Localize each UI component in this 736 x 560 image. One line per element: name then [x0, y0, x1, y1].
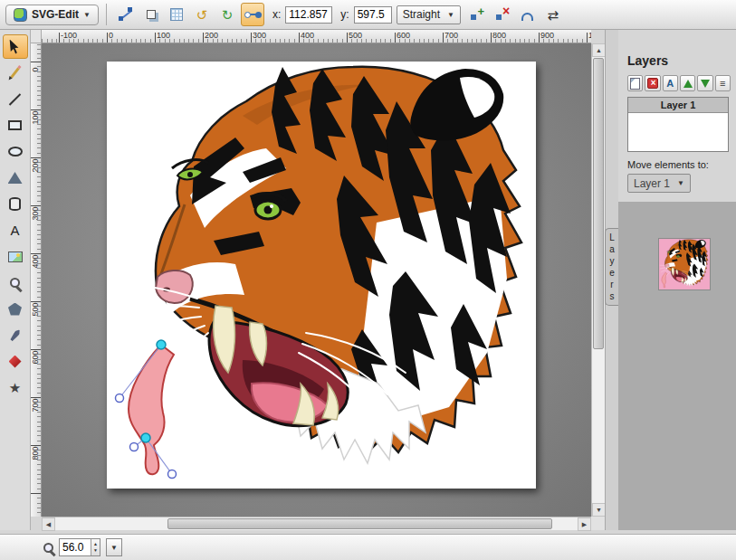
h-ruler-label: 0 [109, 31, 113, 40]
duplicate-button[interactable] [139, 3, 163, 26]
scrollbar-corner [591, 517, 605, 530]
new-layer-button[interactable] [627, 75, 643, 91]
eyedropper-button[interactable] [3, 323, 28, 347]
scroll-right-button[interactable]: ▶ [578, 517, 591, 531]
redo-button[interactable]: ↻ [215, 3, 239, 26]
v-ruler-label: 600 [31, 349, 40, 365]
layers-panel-tab[interactable]: Layers [605, 228, 618, 306]
layers-list[interactable] [628, 113, 728, 151]
undo-button[interactable]: ↺ [190, 3, 214, 26]
layer-thumbnail[interactable] [658, 238, 711, 290]
h-ruler-label: 800 [492, 31, 506, 40]
path-button[interactable] [3, 166, 28, 190]
h-ruler-label: 500 [349, 31, 362, 40]
move-layer-select[interactable]: Layer 1 ▼ [627, 174, 691, 193]
vertical-ruler: 0100200300400500600700800 [31, 43, 42, 517]
horizontal-scrollbar[interactable]: ◀ ▶ [42, 517, 591, 530]
move-elements-label: Move elements to: [627, 159, 731, 170]
scroll-up-button[interactable]: ▲ [592, 43, 606, 57]
control-point-handle[interactable] [130, 443, 139, 451]
scroll-left-button[interactable]: ◀ [42, 517, 55, 531]
path-node-handle[interactable] [141, 433, 150, 442]
text-button[interactable]: A [3, 218, 28, 242]
edit-node-button[interactable] [114, 3, 138, 26]
zoom-spin-down-button[interactable]: ▼ [93, 547, 98, 554]
rename-layer-button[interactable]: A [663, 75, 678, 91]
eyedropper-icon [9, 328, 22, 343]
zoom-input[interactable] [60, 539, 91, 555]
horizontal-scroll-thumb[interactable] [167, 518, 552, 529]
open-path-button[interactable] [516, 3, 540, 26]
select-button[interactable] [3, 34, 28, 59]
select-icon [9, 40, 21, 54]
chevron-down-icon: ▼ [83, 11, 91, 19]
zoom-icon [10, 278, 20, 288]
pencil-button[interactable] [3, 61, 28, 85]
delete-node-button[interactable] [491, 3, 514, 26]
image-button[interactable] [3, 244, 28, 269]
add-node-button[interactable] [465, 3, 489, 26]
vertical-scrollbar[interactable]: ▲ ▼ [591, 43, 605, 517]
h-ruler-label: 100 [157, 31, 170, 40]
zoom-spinner: ▲ ▼ [91, 539, 100, 555]
bottom-bar: ▲ ▼ ▼ [0, 534, 736, 560]
v-ruler-label: 0 [31, 62, 40, 78]
vertical-scroll-thumb[interactable] [593, 58, 604, 349]
rectangle-icon [8, 120, 22, 130]
canvas-workarea[interactable] [42, 43, 591, 517]
h-ruler-label: 700 [444, 31, 458, 40]
star-button[interactable]: ★ [3, 375, 28, 400]
redo-icon: ↻ [222, 8, 234, 22]
svg-edit-logo-icon [14, 8, 27, 22]
v-ruler-label: 300 [31, 205, 40, 222]
v-ruler-label: 500 [31, 301, 40, 318]
new-layer-icon [630, 78, 640, 90]
move-layer-down-button[interactable] [697, 75, 712, 91]
move-layer-up-button[interactable] [680, 75, 695, 91]
line-icon [9, 93, 21, 105]
gradient-button[interactable] [3, 349, 28, 374]
canvas-page[interactable] [107, 62, 536, 489]
toolbar-icons-left: ↺↻ [114, 3, 264, 26]
layer-thumbnail-art [659, 239, 710, 289]
grid-button[interactable] [165, 3, 188, 26]
zoom-button[interactable] [3, 271, 28, 295]
layer-buttons-row: A≡ [627, 75, 731, 91]
gradient-icon [9, 356, 22, 368]
layers-panel: Layers A≡ Layer 1 Move elements to: Laye… [618, 30, 736, 530]
toolbar-icons-right: ⇄ [465, 3, 565, 26]
link-control-points-icon [244, 9, 261, 20]
link-control-points-button[interactable] [241, 3, 264, 26]
rectangle-button[interactable] [3, 113, 28, 138]
control-point-handle[interactable] [116, 394, 124, 403]
h-ruler-label: 600 [397, 31, 410, 40]
shape-library-button[interactable] [3, 192, 28, 216]
reorient-path-button[interactable]: ⇄ [541, 3, 565, 26]
x-input[interactable] [285, 6, 332, 24]
rename-layer-icon: A [666, 79, 674, 89]
path-node-handle[interactable] [157, 340, 166, 349]
horizontal-ruler: -10001002003004005006007008009001000 [42, 30, 591, 43]
delete-layer-button[interactable] [645, 75, 660, 91]
layer-row[interactable]: Layer 1 [628, 98, 728, 113]
x-label: x: [272, 8, 281, 21]
scroll-down-button[interactable]: ▼ [592, 503, 606, 517]
layer-properties-button[interactable]: ≡ [715, 75, 731, 91]
line-button[interactable] [3, 87, 28, 111]
y-input[interactable] [354, 6, 392, 24]
main-menu-button[interactable]: SVG-Edit ▼ [5, 5, 99, 25]
h-ruler-label: -100 [61, 31, 77, 40]
toolbar-divider [106, 4, 107, 25]
polygon-button[interactable] [3, 297, 28, 321]
zoom-spin-up-button[interactable]: ▲ [93, 541, 98, 547]
segment-type-select[interactable]: Straight ▼ [397, 5, 461, 24]
open-path-icon [521, 13, 533, 21]
h-ruler-label: 900 [540, 31, 554, 40]
ruler-corner [31, 30, 42, 43]
chevron-down-icon: ▼ [447, 11, 454, 19]
ellipse-button[interactable] [3, 139, 28, 164]
control-point-handle[interactable] [168, 470, 177, 479]
image-icon [8, 252, 23, 262]
zoom-dropdown-button[interactable]: ▼ [106, 538, 122, 556]
ellipse-icon [8, 147, 23, 157]
